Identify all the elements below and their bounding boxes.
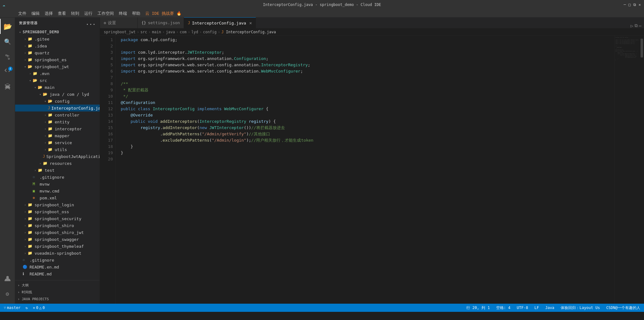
breadcrumb-com[interactable]: com	[180, 30, 187, 34]
menu-item-terminal[interactable]: 终端	[116, 10, 130, 17]
tree-item-springboot-shiro-jwt[interactable]: › 📁 springboot_shiro_jwt	[15, 229, 100, 236]
tree-item-mvnw[interactable]: M mvnw	[15, 181, 100, 187]
java-projects-section[interactable]: › JAVA PROJECTS	[15, 296, 100, 302]
tree-item-test[interactable]: › 📁 test	[15, 167, 100, 174]
tree-item-java[interactable]: ▾ 📂 java / com / lyd	[15, 91, 100, 98]
tree-item-springboot-oss[interactable]: › 📁 springboot_oss	[15, 208, 100, 215]
tree-item-main[interactable]: ▾ 📂 main	[15, 84, 100, 91]
minimize-icon[interactable]: ─	[624, 3, 626, 7]
tree-item-gitee[interactable]: › 📁 .gitee	[15, 35, 100, 42]
menu-item-run[interactable]: 运行	[82, 10, 95, 17]
tree-item-springbootjwtapp[interactable]: J SpringbootJwtApplication.java	[15, 153, 100, 160]
tree-root[interactable]: ▾ SPRINGBOOT_DEMO	[15, 29, 100, 35]
tab-settings-json[interactable]: {} settings.json	[138, 17, 184, 28]
tree-item-springboot-thymeleaf[interactable]: › 📁 springboot_thymeleaf	[15, 243, 100, 250]
breadcrumb-springboot-jwt[interactable]: springboot_jwt	[104, 30, 136, 34]
encoding-status[interactable]: UTF-8	[515, 306, 529, 310]
menu-item-challenge[interactable]: 云 IDE 挑战赛 🔥	[143, 10, 184, 17]
menu-item-help[interactable]: 帮助	[130, 10, 143, 17]
line-ending-label: LF	[534, 306, 539, 310]
tree-item-springboot-es[interactable]: › 📁 springboot_es	[15, 56, 100, 63]
sidebar-content: ▾ SPRINGBOOT_DEMO › 📁 .gitee › 📁 .idea ›…	[15, 29, 100, 280]
tree-item-config[interactable]: ▾ 📂 config	[15, 98, 100, 105]
source-control-activity-icon[interactable]	[0, 49, 15, 64]
warnings-count: 0	[42, 306, 45, 310]
sidebar-more-icon[interactable]: ...	[86, 20, 96, 26]
tree-item-vueadmin-springboot[interactable]: › 📁 vueadmin-springboot	[15, 250, 100, 257]
title-bar: ☁ InterceptorConfig.java - springboot_de…	[0, 0, 644, 9]
tree-item-quartz[interactable]: › 📁 quartz	[15, 49, 100, 56]
tree-item-springboot-jwt[interactable]: ▾ 📂 springboot_jwt	[15, 63, 100, 70]
position-status[interactable]: 行 20, 列 1	[465, 305, 491, 311]
debug-activity-icon[interactable]	[0, 79, 15, 94]
breadcrumb-main[interactable]: main	[152, 30, 161, 34]
error-icon: ✕	[33, 306, 35, 310]
tree-item-springboot-swagger[interactable]: › 📁 springboot_swagger	[15, 236, 100, 243]
breadcrumb-config[interactable]: config	[203, 30, 216, 34]
tab-close-icon[interactable]: ✕	[249, 20, 252, 25]
tree-item-utils[interactable]: › 📁 utils	[15, 146, 100, 153]
more-actions-icon[interactable]: ⋯	[639, 23, 641, 28]
restore-icon[interactable]: ⧉	[633, 3, 636, 7]
search-activity-icon[interactable]: 🔍	[0, 34, 15, 49]
tree-item-resources[interactable]: › 📁 resources	[15, 160, 100, 167]
tree-item-mvnw-cmd[interactable]: ▣ mvnw.cmd	[15, 187, 100, 194]
tree-item-readme[interactable]: ℹ README.md	[15, 270, 100, 277]
tab-interceptorconfig[interactable]: J InterceptorConfig.java ✕	[184, 17, 256, 28]
window-controls[interactable]: ─ □ ⧉ ✕	[624, 3, 641, 7]
breadcrumb-file[interactable]: J InterceptorConfig.java	[221, 30, 276, 34]
user-status[interactable]: CSDN@一个有趣的人	[605, 305, 641, 311]
errors-status[interactable]: ✕ 0 △ 0	[32, 306, 46, 310]
scroll-thumb[interactable]	[641, 39, 643, 57]
tree-item-interceptor[interactable]: › 📁 interceptor	[15, 125, 100, 132]
breadcrumb-src[interactable]: src	[140, 30, 147, 34]
feedback-status[interactable]: 体验回归：Layout Us	[559, 305, 601, 311]
window-title: InterceptorConfig.java - springboot_demo…	[263, 3, 381, 7]
explorer-icon[interactable]: 📂	[0, 19, 15, 34]
sidebar-header: 资源管理器 ...	[15, 18, 100, 29]
tree-item-idea[interactable]: › 📁 .idea	[15, 42, 100, 49]
branch-status[interactable]: ⑂ master	[3, 306, 22, 310]
spaces-status[interactable]: 空格: 4	[495, 305, 512, 311]
sync-icon: ↻	[25, 306, 28, 310]
menu-item-workspace[interactable]: 工作空间	[95, 10, 116, 17]
code-editor: 12345 678910 1112131415 1617181920 packa…	[100, 35, 644, 304]
tree-item-entity[interactable]: › 📁 entity	[15, 118, 100, 125]
account-activity-icon[interactable]	[0, 271, 15, 286]
settings-activity-icon[interactable]: ⚙	[0, 286, 15, 301]
tree-item-interceptorconfig[interactable]: J InterceptorConfig.java	[15, 105, 100, 111]
timeline-section[interactable]: › 时间线	[15, 289, 100, 296]
line-ending-status[interactable]: LF	[533, 306, 540, 310]
menu-item-edit[interactable]: 编辑	[29, 10, 42, 17]
tab-settings[interactable]: ⚙ 设置	[100, 17, 138, 28]
menu-item-goto[interactable]: 转到	[69, 10, 82, 17]
sync-status[interactable]: ↻	[24, 306, 29, 310]
tree-item-springboot-security[interactable]: › 📁 springboot_security	[15, 215, 100, 222]
tree-item-service[interactable]: › 📁 service	[15, 139, 100, 146]
outline-section[interactable]: › 大纲	[15, 282, 100, 289]
tree-item-mvn[interactable]: › 📁 .mvn	[15, 70, 100, 77]
tree-item-src[interactable]: ▾ 📂 src	[15, 77, 100, 84]
extensions-activity-icon[interactable]: 4	[0, 64, 15, 79]
minimap-content: package com.lyd.config; import com.lyd.i…	[615, 37, 639, 61]
breadcrumb-java[interactable]: java	[166, 30, 175, 34]
tree-item-readme-en[interactable]: 🔵 README.en.md	[15, 263, 100, 270]
run-icon[interactable]: ▷	[630, 23, 633, 28]
language-status[interactable]: Java	[544, 306, 556, 310]
tree-item-springboot-login[interactable]: › 📁 springboot_login	[15, 201, 100, 208]
close-icon[interactable]: ✕	[639, 3, 641, 7]
tree-item-controller[interactable]: › 📁 controller	[15, 111, 100, 118]
code-content[interactable]: package com.lyd.config; import com.lyd.i…	[116, 35, 614, 304]
tree-item-gitignore-jwt[interactable]: ⊙ .gitignore	[15, 174, 100, 181]
menu-item-file[interactable]: 文件	[16, 10, 29, 17]
menu-item-view[interactable]: 查看	[55, 10, 69, 17]
tree-item-mapper[interactable]: › 📁 mapper	[15, 132, 100, 139]
tree-item-pom-xml[interactable]: ⊛ pom.xml	[15, 194, 100, 201]
breadcrumb-lyd[interactable]: lyd	[192, 30, 198, 34]
menu-item-select[interactable]: 选择	[42, 10, 55, 17]
scroll-track[interactable]	[640, 35, 644, 304]
tree-item-gitignore-root[interactable]: ⊙ .gitignore	[15, 257, 100, 263]
tree-item-springboot-shiro[interactable]: › 📁 springboot_shiro	[15, 222, 100, 229]
split-editor-icon[interactable]: ⧉	[635, 23, 638, 28]
maximize-icon[interactable]: □	[629, 3, 631, 7]
